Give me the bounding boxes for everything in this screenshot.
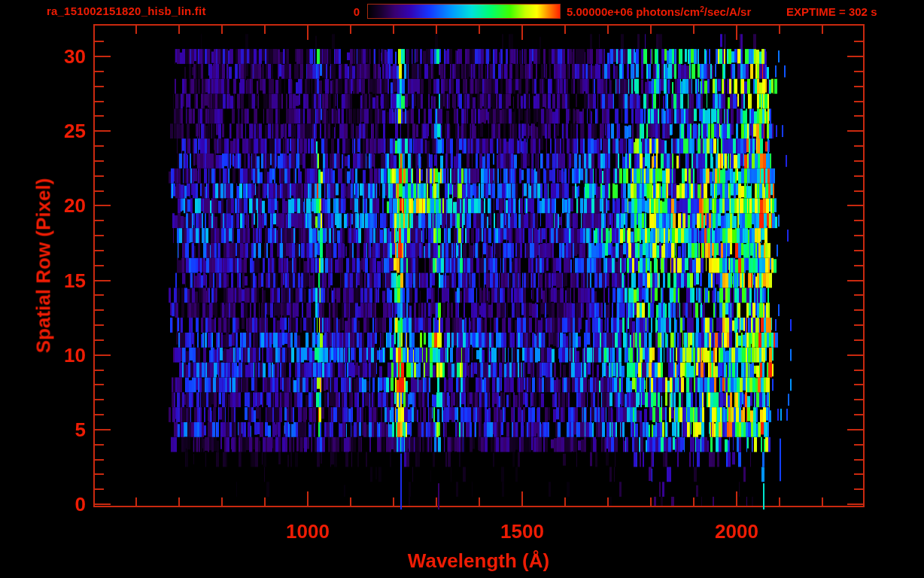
y-tick-label: 0 xyxy=(21,493,86,516)
y-tick-label: 30 xyxy=(21,45,86,68)
spectrogram-display-window: ra_151002151820_hisb_lin.fit 0 5.00000e+… xyxy=(0,0,924,578)
x-tick-label: 1000 xyxy=(274,520,342,543)
y-tick-label: 20 xyxy=(21,194,86,217)
colorbar xyxy=(367,4,561,19)
x-tick-label: 1500 xyxy=(488,520,556,543)
filename-title: ra_151002151820_hisb_lin.fit xyxy=(47,5,206,17)
colorbar-units-suffix: /sec/A/sr xyxy=(704,5,752,18)
y-tick-label: 5 xyxy=(21,418,86,441)
colorbar-min-label: 0 xyxy=(340,5,360,18)
exptime-label: EXPTIME = 302 s xyxy=(786,5,877,18)
y-tick-label: 10 xyxy=(21,344,86,367)
spectrogram-canvas xyxy=(0,0,924,578)
x-tick-label: 2000 xyxy=(703,520,771,543)
y-tick-label: 25 xyxy=(21,120,86,142)
x-axis-title: Wavelength (Å) xyxy=(328,549,629,573)
colorbar-max-value: 5.00000e+06 photons/cm xyxy=(567,5,700,18)
colorbar-max-label: 5.00000e+06 photons/cm2/sec/A/sr xyxy=(567,5,751,18)
y-tick-label: 15 xyxy=(21,269,86,292)
